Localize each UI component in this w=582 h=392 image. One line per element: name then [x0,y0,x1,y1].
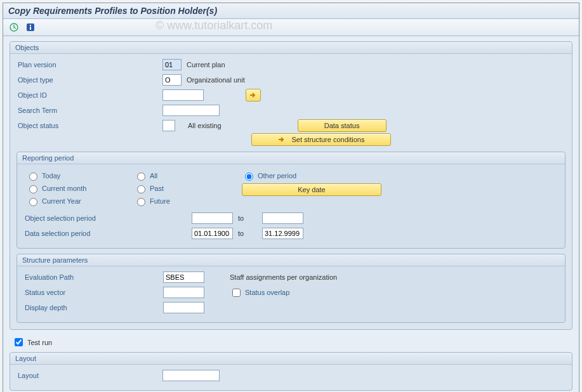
radio-other-period[interactable]: Other period [242,171,381,181]
execute-button[interactable] [7,21,21,34]
search-term-input[interactable] [162,105,220,116]
objects-group: Objects Plan version Current plan Object… [10,41,572,330]
info-icon [26,23,35,32]
evaluation-path-label: Evaluation Path [23,273,163,281]
radio-past[interactable]: Past [134,183,223,193]
plan-version-label: Plan version [17,61,162,69]
layout-title: Layout [10,353,572,365]
object-selection-to-input[interactable] [262,212,303,224]
structure-parameters-title: Structure parameters [17,254,565,266]
layout-group: Layout Layout [10,352,572,391]
object-type-desc: Organizational unit [187,76,245,84]
objects-title: Objects [10,42,572,54]
data-selection-from-input[interactable] [192,228,233,239]
object-id-input[interactable] [162,89,204,101]
layout-label: Layout [17,372,162,379]
svg-rect-3 [30,27,31,30]
object-status-desc: All existing [188,122,222,129]
data-selection-to-input[interactable] [262,228,303,239]
search-term-label: Search Term [17,107,162,114]
set-structure-conditions-button[interactable]: Set structure conditions [251,133,391,146]
arrow-right-icon [278,136,286,143]
radio-future[interactable]: Future [134,196,223,206]
data-selection-period-label: Data selection period [23,230,192,237]
object-id-search-button[interactable] [246,89,261,101]
to-label-1: to [238,214,257,222]
status-overlap-checkbox[interactable]: Status overlap [230,287,289,299]
content-area: Objects Plan version Current plan Object… [3,36,579,392]
object-selection-period-label: Object selection period [23,214,192,222]
test-run-checkbox[interactable]: Test run [12,336,570,348]
radio-today[interactable]: Today [26,171,115,181]
key-date-button[interactable]: Key date [242,183,381,196]
object-id-label: Object ID [17,91,162,99]
object-status-input[interactable] [162,120,175,131]
reporting-period-title: Reporting period [17,152,565,164]
display-depth-input[interactable] [163,302,204,313]
object-selection-from-input[interactable] [192,212,233,224]
plan-version-input[interactable] [162,59,182,70]
window-title: Copy Requirements Profiles to Position H… [3,3,579,19]
object-type-label: Object type [17,76,162,84]
to-label-2: to [238,230,257,237]
svg-rect-2 [30,25,31,26]
object-type-input[interactable] [162,74,182,86]
layout-input[interactable] [162,370,220,381]
arrow-right-icon [249,92,257,98]
app-window: Copy Requirements Profiles to Position H… [3,3,579,392]
radio-current-month[interactable]: Current month [26,183,115,193]
radio-all[interactable]: All [134,171,223,181]
clock-execute-icon [10,23,18,32]
toolbar: © www.tutorialkart.com [3,19,579,36]
reporting-period-group: Reporting period Today Current month [17,152,565,249]
object-status-label: Object status [17,122,162,129]
status-vector-label: Status vector [23,289,163,296]
plan-version-desc: Current plan [187,61,225,69]
evaluation-path-input[interactable] [163,271,204,283]
radio-current-year[interactable]: Current Year [26,196,115,206]
evaluation-path-desc: Staff assignments per organization [230,273,337,281]
structure-parameters-group: Structure parameters Evaluation Path Sta… [17,254,565,323]
display-depth-label: Display depth [23,304,163,311]
watermark-text: © www.tutorialkart.com [155,19,272,32]
status-vector-input[interactable] [163,287,204,298]
data-status-button[interactable]: Data status [298,119,387,132]
info-button[interactable] [23,21,37,34]
